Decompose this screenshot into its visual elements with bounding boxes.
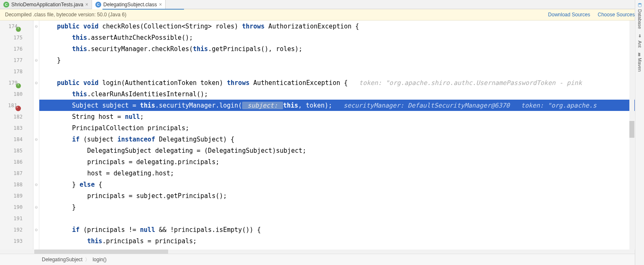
line-number[interactable]: 186: [0, 156, 33, 167]
fold-marker[interactable]: ⊖: [33, 224, 39, 235]
tab-tests-file[interactable]: C ShrioDemoApplicationTests.java ×: [0, 0, 92, 9]
fold-marker[interactable]: [33, 88, 39, 100]
fold-marker[interactable]: [33, 190, 39, 201]
tab-label: ShrioDemoApplicationTests.java: [11, 2, 83, 8]
fold-marker[interactable]: [33, 43, 39, 54]
choose-sources-link[interactable]: Choose Sources...: [598, 12, 639, 18]
breakpoint-icon[interactable]: [15, 105, 21, 111]
fold-marker[interactable]: ⊖: [33, 77, 39, 88]
fold-marker[interactable]: [33, 235, 39, 247]
info-text: Decompiled .class file, bytecode version…: [5, 12, 126, 18]
code-body[interactable]: public void checkRoles(Collection<String…: [39, 21, 644, 253]
fold-marker[interactable]: [33, 213, 39, 224]
tab-label: DelegatingSubject.class: [103, 2, 157, 8]
maven-tool-tab[interactable]: m Maven: [637, 53, 642, 72]
line-number[interactable]: 175: [0, 32, 33, 43]
database-icon: [637, 3, 642, 8]
line-number[interactable]: 182: [0, 111, 33, 122]
horizontal-scrollbar[interactable]: [0, 250, 635, 254]
chevron-right-icon: 〉: [85, 256, 90, 263]
breadcrumb-item[interactable]: DelegatingSubject: [42, 257, 82, 262]
line-number[interactable]: 176: [0, 43, 33, 54]
svg-point-2: [639, 34, 640, 36]
fold-marker[interactable]: [33, 32, 39, 43]
editor-area: 1741751761771781791801811821831841851861…: [0, 21, 644, 253]
fold-marker[interactable]: [33, 111, 39, 122]
vertical-scrollbar[interactable]: [629, 21, 634, 253]
tab-underline: [102, 9, 184, 10]
inline-hint: securityManager: DefaultSecurityManager@…: [343, 102, 596, 109]
inline-hint: token: "org.apache.shiro.authc.UsernameP…: [359, 79, 582, 87]
line-number[interactable]: 178: [0, 66, 33, 77]
line-number-gutter[interactable]: 1741751761771781791801811821831841851861…: [0, 21, 33, 253]
line-number[interactable]: 187: [0, 167, 33, 179]
download-sources-link[interactable]: Download Sources: [548, 12, 590, 18]
class-icon: C: [3, 2, 9, 8]
param-hint: subject:: [242, 102, 283, 109]
class-icon: C: [95, 2, 101, 8]
line-number[interactable]: 193: [0, 235, 33, 247]
fold-marker[interactable]: [33, 145, 39, 156]
ant-icon: [637, 34, 642, 39]
breadcrumbs: DelegatingSubject 〉 login(): [0, 254, 635, 265]
fold-marker[interactable]: ⊖: [33, 21, 39, 32]
scrollbar-thumb[interactable]: [629, 121, 634, 138]
line-number[interactable]: 179: [0, 77, 33, 88]
fold-marker[interactable]: [33, 122, 39, 134]
breadcrumb-item[interactable]: login(): [92, 257, 106, 262]
execution-line[interactable]: Subject subject = this.securityManager.l…: [39, 100, 644, 111]
fold-marker[interactable]: [33, 66, 39, 77]
right-tool-window-bar: Database Ant m Maven: [635, 0, 644, 265]
ant-tool-tab[interactable]: Ant: [637, 34, 642, 48]
line-number[interactable]: 192: [0, 224, 33, 235]
scrollbar-thumb[interactable]: [34, 250, 168, 254]
line-number[interactable]: 183: [0, 122, 33, 134]
line-number[interactable]: 181: [0, 100, 33, 111]
decompiled-info-bar: Decompiled .class file, bytecode version…: [0, 9, 644, 21]
line-number[interactable]: 190: [0, 201, 33, 213]
editor-tabs: C ShrioDemoApplicationTests.java × C Del…: [0, 0, 644, 9]
line-number[interactable]: 185: [0, 145, 33, 156]
svg-point-0: [638, 3, 641, 5]
line-number[interactable]: 177: [0, 54, 33, 66]
close-icon[interactable]: ×: [159, 2, 162, 8]
svg-point-1: [639, 36, 641, 38]
close-icon[interactable]: ×: [85, 2, 88, 8]
override-icon[interactable]: [16, 83, 21, 88]
fold-gutter[interactable]: ⊖⊖⊖⊖⊖⊖⊖: [33, 21, 39, 253]
fold-marker[interactable]: ⊖: [33, 201, 39, 213]
line-number[interactable]: 184: [0, 134, 33, 145]
maven-icon: m: [637, 53, 642, 57]
fold-marker[interactable]: ⊖: [33, 134, 39, 145]
line-number[interactable]: 180: [0, 88, 33, 100]
fold-marker[interactable]: [33, 100, 39, 111]
info-links: Download Sources Choose Sources...: [548, 12, 639, 18]
line-number[interactable]: 191: [0, 213, 33, 224]
fold-marker[interactable]: ⊖: [33, 179, 39, 190]
override-icon[interactable]: [16, 27, 21, 32]
database-tool-tab[interactable]: Database: [637, 3, 642, 29]
fold-marker[interactable]: [33, 167, 39, 179]
fold-marker[interactable]: ⊖: [33, 54, 39, 66]
line-number[interactable]: 189: [0, 190, 33, 201]
tab-delegating-subject[interactable]: C DelegatingSubject.class ×: [92, 0, 166, 9]
line-number[interactable]: 174: [0, 21, 33, 32]
fold-marker[interactable]: [33, 156, 39, 167]
line-number[interactable]: 188: [0, 179, 33, 190]
